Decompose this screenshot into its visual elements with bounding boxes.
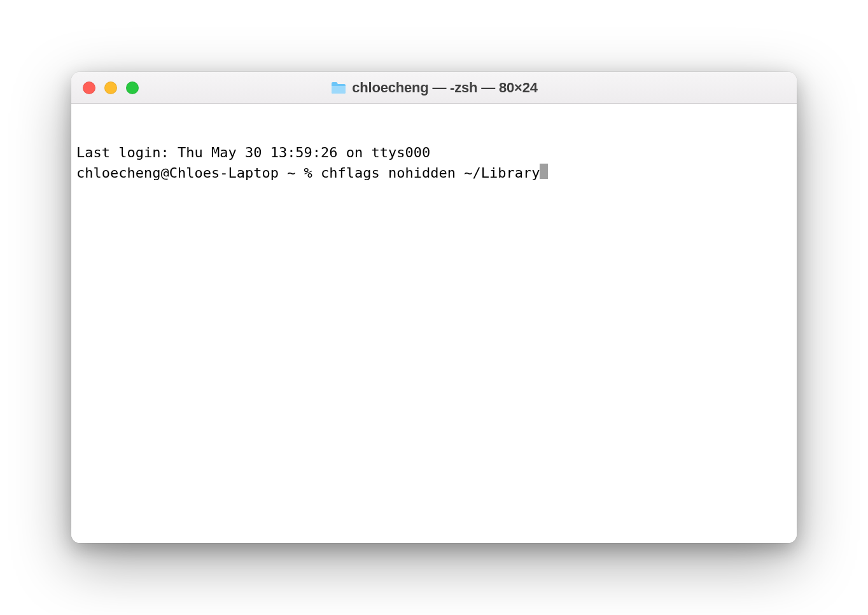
terminal-content[interactable]: Last login: Thu May 30 13:59:26 on ttys0… <box>71 104 797 543</box>
close-button[interactable] <box>83 81 95 94</box>
minimize-button[interactable] <box>104 81 117 94</box>
window-titlebar[interactable]: chloecheng — -zsh — 80×24 <box>71 72 797 104</box>
prompt-line: chloecheng@Chloes-Laptop ~ % chflags noh… <box>76 162 792 183</box>
folder-icon <box>330 81 347 95</box>
zoom-button[interactable] <box>126 81 139 94</box>
traffic-lights <box>83 81 139 94</box>
shell-prompt: chloecheng@Chloes-Laptop ~ % <box>76 164 321 183</box>
title-container: chloecheng — -zsh — 80×24 <box>71 80 797 96</box>
cursor <box>540 164 548 179</box>
command-input[interactable]: chflags nohidden ~/Library <box>321 164 540 183</box>
terminal-window: chloecheng — -zsh — 80×24 Last login: Th… <box>71 72 797 543</box>
last-login-line: Last login: Thu May 30 13:59:26 on ttys0… <box>76 144 792 162</box>
window-title: chloecheng — -zsh — 80×24 <box>352 80 538 96</box>
